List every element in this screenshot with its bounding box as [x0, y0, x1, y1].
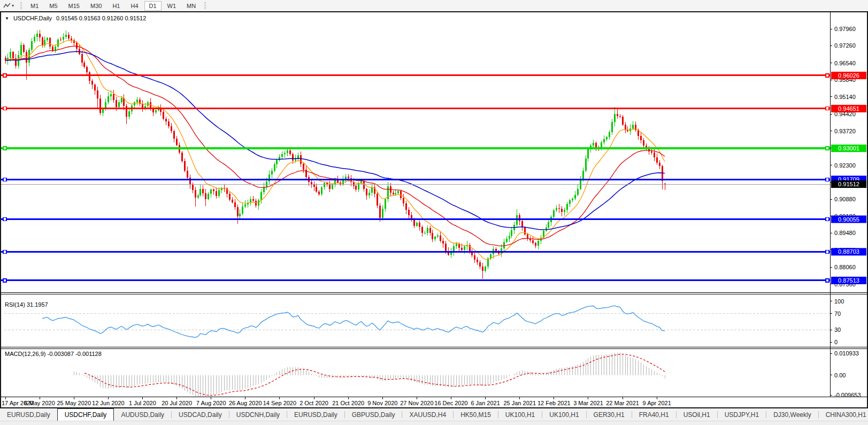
chart-tool-icon[interactable]: ▾ [0, 0, 17, 11]
rsi-plot-area[interactable] [1, 294, 830, 345]
price-scale[interactable] [830, 12, 867, 397]
chart-tab-eurusd-daily[interactable]: EURUSD,Daily [287, 408, 344, 421]
window-menu-icon[interactable]: ▼ [5, 16, 9, 21]
main-plot-area[interactable] [1, 12, 830, 292]
toolbar-drag-handle[interactable] [20, 2, 22, 9]
chart-tab-usdcnh-daily[interactable]: USDCNH,Daily [229, 408, 287, 421]
toolbar-drag-handle[interactable] [204, 2, 206, 9]
chart-tab-hk50-m15[interactable]: HK50,M15 [454, 408, 498, 421]
timeframe-button-h4[interactable]: H4 [126, 1, 143, 11]
dropdown-caret-icon: ▾ [12, 3, 14, 8]
chart-window: 0.979600.972600.965400.958400.951400.944… [0, 11, 868, 408]
rsi-label: RSI(14) 31.1957 [5, 301, 48, 308]
chart-tab-usdchf-daily[interactable]: USDCHF,Daily [57, 408, 114, 421]
timeframe-button-h1[interactable]: H1 [107, 1, 125, 11]
chart-tab-china300-h1[interactable]: CHINA300,H1 [819, 408, 868, 421]
chart-tab-eurusd-daily[interactable]: EURUSD,Daily [0, 408, 57, 421]
timeframe-button-m30[interactable]: M30 [86, 1, 106, 11]
timeframe-button-m1[interactable]: M1 [26, 1, 43, 11]
chart-ohlc-values: 0.91545 0.91563 0.91260 0.91512 [56, 15, 146, 21]
timeframe-buttons: M1M5M15M30H1H4D1W1MN [25, 1, 201, 11]
chart-tab-usdcad-daily[interactable]: USDCAD,Daily [172, 408, 229, 421]
chart-tab-usdjpy-h1[interactable]: USDJPY,H1 [718, 408, 766, 421]
chart-tabs: EURUSD,DailyUSDCHF,DailyAUDUSD,DailyUSDC… [0, 408, 868, 421]
chart-symbol-label: USDCHF,Daily [13, 15, 52, 21]
macd-plot-area[interactable] [1, 349, 830, 397]
timeframe-button-d1[interactable]: D1 [144, 1, 162, 11]
zigzag-icon [3, 3, 11, 9]
chart-tab-bar: EURUSD,DailyUSDCHF,DailyAUDUSD,DailyUSDC… [0, 408, 868, 421]
chart-tab-xauusd-h4[interactable]: XAUUSD,H4 [402, 408, 453, 421]
time-scale[interactable] [1, 397, 867, 407]
chart-tab-usoil-h1[interactable]: USOil,H1 [677, 408, 717, 421]
chart-tab-fra40-h1[interactable]: FRA40,H1 [632, 408, 676, 421]
chart-canvas[interactable]: 0.979600.972600.965400.958400.951400.944… [1, 12, 867, 407]
chart-title: ▼ USDCHF,Daily 0.91545 0.91563 0.91260 0… [5, 15, 146, 21]
macd-label: MACD(12,26,9) -0.003087 -0.001128 [5, 351, 102, 357]
chart-tab-gbpusd-daily[interactable]: GBPUSD,Daily [345, 408, 402, 421]
status-strip [0, 421, 868, 425]
timeframe-toolbar: ▾ M1M5M15M30H1H4D1W1MN [0, 0, 868, 12]
chart-tab-uk100-h1[interactable]: UK100,H1 [542, 408, 586, 421]
chart-tab-audusd-daily[interactable]: AUDUSD,Daily [114, 408, 171, 421]
chart-tab-ger30-h1[interactable]: GER30,H1 [587, 408, 632, 421]
timeframe-button-m15[interactable]: M15 [64, 1, 85, 11]
chart-tab-uk100-h1[interactable]: UK100,H1 [498, 408, 542, 421]
timeframe-button-w1[interactable]: W1 [163, 1, 181, 11]
chart-tab-dj30-weekly[interactable]: DJ30,Weekly [766, 408, 818, 421]
timeframe-button-m5[interactable]: M5 [44, 1, 62, 11]
timeframe-button-mn[interactable]: MN [182, 1, 201, 11]
